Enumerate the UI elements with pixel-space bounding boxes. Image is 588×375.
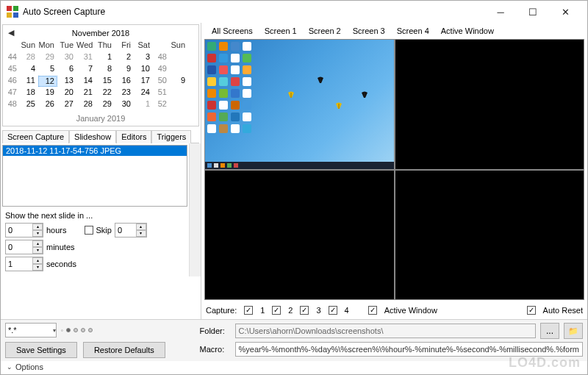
svg-rect-3 bbox=[13, 12, 18, 18]
titlebar: Auto Screen Capture ─ ☐ ✕ bbox=[1, 1, 587, 23]
screen-preview-3[interactable] bbox=[205, 171, 394, 300]
capture-check-active-window[interactable] bbox=[368, 306, 377, 315]
pager-dots[interactable]: ◦ bbox=[61, 327, 93, 334]
tab-screen-2[interactable]: Screen 2 bbox=[303, 24, 347, 38]
capture-check-2[interactable] bbox=[272, 306, 281, 315]
skip-stepper[interactable]: ▴▾ bbox=[115, 223, 147, 238]
watermark: LO4D.com bbox=[509, 355, 581, 371]
screen-tabs: All Screens Screen 1 Screen 2 Screen 3 S… bbox=[204, 24, 584, 38]
calendar[interactable]: ◀ November 2018 ▶ Sun Mon Tue Wed bbox=[2, 24, 199, 126]
calendar-day[interactable]: 13 bbox=[57, 76, 76, 88]
calendar-day[interactable]: 8 bbox=[96, 64, 115, 76]
app-icon bbox=[7, 6, 18, 18]
tab-slideshow[interactable]: Slideshow bbox=[69, 130, 116, 143]
calendar-day[interactable]: 27 bbox=[57, 99, 76, 111]
tab-triggers[interactable]: Triggers bbox=[151, 130, 191, 143]
capture-check-3[interactable] bbox=[300, 306, 309, 315]
tab-editors[interactable]: Editors bbox=[116, 130, 151, 143]
minimize-button[interactable]: ─ bbox=[484, 1, 517, 22]
calendar-day[interactable]: 23 bbox=[115, 88, 134, 99]
svg-rect-0 bbox=[7, 6, 12, 11]
calendar-day[interactable]: 3 bbox=[134, 52, 153, 64]
calendar-day[interactable]: 31 bbox=[76, 52, 96, 64]
tab-screen-capture[interactable]: Screen Capture bbox=[2, 130, 69, 143]
calendar-day[interactable]: 12 bbox=[38, 76, 57, 87]
calendar-next-month: January 2019 bbox=[6, 114, 196, 123]
calendar-day[interactable]: 29 bbox=[38, 52, 57, 64]
list-item[interactable]: 2018-11-12 11-17-54-756 JPEG bbox=[3, 146, 187, 156]
tab-screen-1[interactable]: Screen 1 bbox=[259, 24, 303, 38]
macro-label: Macro: bbox=[200, 345, 231, 354]
chevron-down-icon: ⌄ bbox=[7, 363, 12, 371]
calendar-day[interactable]: 10 bbox=[134, 64, 153, 76]
calendar-day[interactable]: 1 bbox=[134, 99, 153, 111]
calendar-day[interactable]: 25 bbox=[19, 99, 38, 111]
screen-preview-1[interactable] bbox=[205, 40, 394, 169]
browse-button[interactable]: ... bbox=[540, 323, 559, 339]
slideshow-prompt: Show the next slide in ... bbox=[5, 211, 184, 220]
calendar-day[interactable]: 2 bbox=[115, 52, 134, 64]
screen-grid bbox=[204, 39, 584, 300]
capture-check-1[interactable] bbox=[244, 306, 253, 315]
minutes-stepper[interactable]: ▴▾ bbox=[5, 240, 43, 254]
folder-field[interactable]: C:\Users\ahorn\Downloads\screenshots\ bbox=[235, 324, 536, 338]
calendar-day[interactable]: 5 bbox=[38, 64, 57, 76]
calendar-day[interactable]: 15 bbox=[96, 76, 115, 88]
calendar-day[interactable]: 4 bbox=[19, 64, 38, 76]
tab-screen-3[interactable]: Screen 3 bbox=[347, 24, 391, 38]
tab-all-screens[interactable]: All Screens bbox=[206, 24, 259, 38]
calendar-day[interactable]: 11 bbox=[19, 76, 38, 88]
calendar-month-title: November 2018 bbox=[72, 29, 129, 38]
calendar-day[interactable]: 14 bbox=[76, 76, 96, 88]
left-pane: ◀ November 2018 ▶ Sun Mon Tue Wed bbox=[1, 23, 201, 319]
options-expander[interactable]: ⌄ Options bbox=[1, 361, 587, 374]
folder-label: Folder: bbox=[200, 326, 231, 335]
auto-reset-checkbox[interactable] bbox=[527, 306, 536, 315]
slideshow-list[interactable]: 2018-11-12 11-17-54-756 JPEG bbox=[2, 145, 187, 207]
calendar-day[interactable]: 6 bbox=[57, 64, 76, 76]
restore-defaults-button[interactable]: Restore Defaults bbox=[83, 342, 165, 358]
calendar-day[interactable]: 21 bbox=[76, 88, 96, 99]
capture-label: Capture: bbox=[206, 306, 237, 315]
calendar-day[interactable]: 22 bbox=[96, 88, 115, 99]
calendar-day[interactable]: 20 bbox=[57, 88, 76, 99]
seconds-stepper[interactable]: ▴▾ bbox=[5, 257, 43, 271]
calendar-day[interactable]: 19 bbox=[38, 88, 57, 99]
close-button[interactable]: ✕ bbox=[549, 1, 581, 22]
screen-preview-4[interactable] bbox=[395, 171, 584, 300]
tab-strip: Screen Capture Slideshow Editors Trigger… bbox=[2, 129, 199, 143]
bottom-bar: *.*▾ ◦ Save Settings Restore Defaults Fo… bbox=[1, 320, 587, 361]
folder-icon: 📁 bbox=[568, 326, 578, 336]
filter-input[interactable]: *.*▾ bbox=[5, 323, 57, 338]
save-settings-button[interactable]: Save Settings bbox=[5, 342, 77, 358]
calendar-day[interactable]: 30 bbox=[115, 99, 134, 111]
hours-stepper[interactable]: ▴▾ bbox=[5, 223, 43, 238]
tab-active-window[interactable]: Active Window bbox=[435, 24, 500, 38]
calendar-day[interactable]: 1 bbox=[96, 52, 115, 64]
svg-rect-1 bbox=[13, 6, 18, 11]
calendar-day[interactable]: 17 bbox=[134, 76, 153, 88]
calendar-day[interactable]: 28 bbox=[19, 52, 38, 64]
screen-preview-2[interactable] bbox=[395, 40, 584, 169]
calendar-day[interactable]: 16 bbox=[115, 76, 134, 88]
tab-screen-4[interactable]: Screen 4 bbox=[391, 24, 435, 38]
calendar-day[interactable]: 24 bbox=[134, 88, 153, 99]
calendar-day[interactable]: 18 bbox=[19, 88, 38, 99]
open-folder-button[interactable]: 📁 bbox=[564, 323, 583, 339]
calendar-day[interactable]: 9 bbox=[115, 64, 134, 76]
window-title: Auto Screen Capture bbox=[23, 7, 484, 17]
maximize-button[interactable]: ☐ bbox=[517, 1, 549, 22]
calendar-day[interactable]: 29 bbox=[96, 99, 115, 111]
calendar-day[interactable]: 7 bbox=[76, 64, 96, 76]
calendar-day[interactable]: 26 bbox=[38, 99, 57, 111]
calendar-day[interactable]: 28 bbox=[76, 99, 96, 111]
capture-check-4[interactable] bbox=[329, 306, 337, 315]
svg-rect-2 bbox=[7, 12, 12, 18]
calendar-prev[interactable]: ◀ bbox=[6, 28, 16, 38]
calendar-day[interactable]: 30 bbox=[57, 52, 76, 64]
macro-field[interactable]: %year%-%month%-%day%\%screen%\%hour%-%mi… bbox=[235, 342, 583, 357]
right-pane: All Screens Screen 1 Screen 2 Screen 3 S… bbox=[201, 23, 587, 319]
skip-checkbox[interactable] bbox=[85, 226, 93, 235]
